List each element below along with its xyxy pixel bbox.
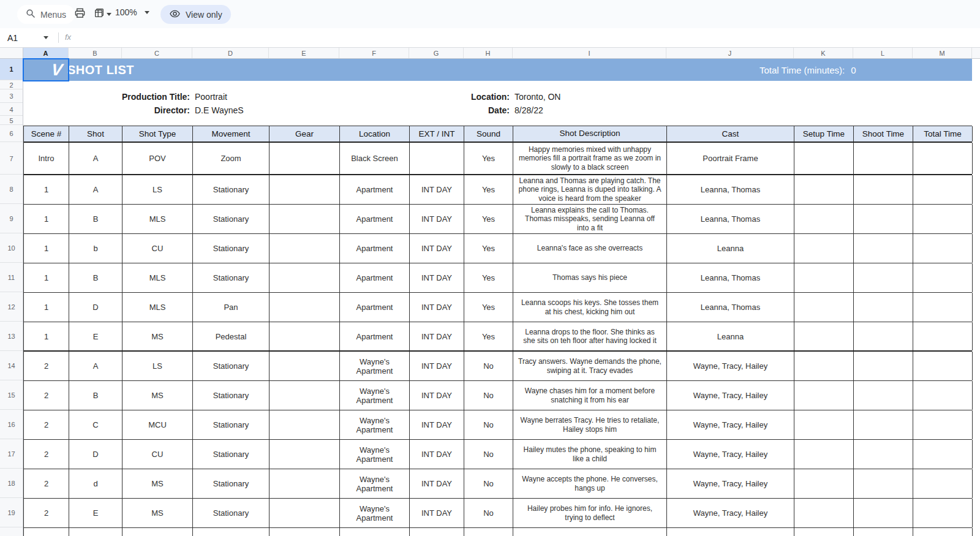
cell-shoot[interactable] [854, 293, 913, 322]
cell-shot[interactable]: E [69, 322, 123, 350]
table-header-sound[interactable]: Sound [464, 126, 513, 142]
cell-movement[interactable]: Stationary [193, 234, 270, 263]
column-header-E[interactable]: E [269, 48, 339, 58]
cell-cast[interactable]: Leanna, Thomas [667, 293, 794, 322]
cell-movement[interactable]: Zoom [193, 143, 270, 174]
cell-cast[interactable]: Wayne, Tracy, Hailey [667, 410, 794, 439]
cell-total[interactable] [913, 440, 973, 469]
location-value[interactable]: Toronto, ON [514, 92, 560, 102]
cell-shot[interactable]: D [69, 440, 123, 469]
cell-ext_int[interactable] [410, 143, 464, 174]
cell-shot[interactable]: A [69, 175, 123, 204]
cell-type[interactable]: LS [123, 175, 193, 204]
row-header-6[interactable]: 6 [0, 126, 23, 142]
cell-movement[interactable]: Pan [193, 293, 270, 322]
location-label[interactable]: Location: [343, 92, 510, 102]
cell-description[interactable]: Leanna drops to the floor. She thinks as… [513, 322, 667, 350]
cell-cast[interactable]: Wayne, Tracy, Hailey [667, 381, 794, 410]
cell-location[interactable]: Apartment [340, 205, 410, 233]
cell-ext_int[interactable]: INT DAY [410, 352, 464, 380]
cell-type[interactable]: MS [123, 381, 193, 410]
row-header-8[interactable]: 8 [0, 175, 23, 204]
row-header-11[interactable]: 11 [0, 263, 23, 292]
cell-shoot[interactable] [854, 234, 913, 263]
cell-location[interactable]: Wayne's Apartment [340, 499, 410, 527]
cell-movement[interactable]: Pedestal [193, 322, 270, 350]
cell-cast[interactable]: Leanna [667, 322, 794, 350]
cell-total[interactable] [913, 352, 973, 380]
cell-cast[interactable]: Leanna [667, 234, 794, 263]
cell-scene[interactable]: 1 [24, 293, 69, 322]
row-header-19[interactable]: 19 [0, 499, 23, 527]
cell-shot[interactable]: E [69, 499, 123, 527]
cell-setup[interactable] [794, 205, 854, 233]
table-header-type[interactable]: Shot Type [123, 126, 193, 142]
production-title-label[interactable]: Production Title: [23, 92, 190, 102]
table-header-scene[interactable]: Scene # [24, 126, 69, 142]
row-header-16[interactable]: 16 [0, 410, 23, 439]
cell-movement[interactable]: Stationary [193, 205, 270, 233]
cell-ext_int[interactable]: INT DAY [410, 440, 464, 469]
cell-shot[interactable]: B [69, 381, 123, 410]
cell-total[interactable] [913, 143, 973, 174]
cell-ext_int[interactable]: INT DAY [410, 263, 464, 292]
cell-cast[interactable]: Wayne, Tracy, Hailey [667, 469, 794, 498]
cell-sound[interactable]: Yes [464, 234, 513, 263]
cell-gear[interactable] [270, 175, 340, 204]
row-header-10[interactable]: 10 [0, 234, 23, 263]
cell-gear[interactable] [270, 440, 340, 469]
cell-cast[interactable]: Leanna, Thomas [667, 175, 794, 204]
cell-setup[interactable] [794, 410, 854, 439]
cell-scene[interactable]: 2 [24, 469, 69, 498]
column-header-L[interactable]: L [853, 48, 913, 58]
cell-gear[interactable] [270, 469, 340, 498]
cell-ext_int[interactable]: INT DAY [410, 322, 464, 350]
menus-button[interactable]: Menus [17, 5, 75, 24]
cell-movement[interactable]: Stationary [193, 410, 270, 439]
cell-total[interactable] [913, 528, 973, 536]
cell-cast[interactable]: Wayne, Tracy, Hailey [667, 440, 794, 469]
cell-shoot[interactable] [854, 352, 913, 380]
cell-shot[interactable]: B [69, 205, 123, 233]
print-button[interactable] [74, 8, 86, 20]
cell-gear[interactable] [270, 499, 340, 527]
table-header-gear[interactable]: Gear [270, 126, 340, 142]
cell-location[interactable]: Black Screen [340, 143, 410, 174]
cell-location[interactable] [340, 528, 410, 536]
cell-scene[interactable]: 1 [24, 234, 69, 263]
cell-total[interactable] [913, 410, 973, 439]
cell-scene[interactable]: 2 [24, 381, 69, 410]
column-header-M[interactable]: M [913, 48, 972, 58]
cell-setup[interactable] [794, 528, 854, 536]
cell-scene[interactable]: Intro [24, 143, 69, 174]
production-title-value[interactable]: Poortrait [195, 92, 227, 102]
cell-type[interactable]: MLS [123, 263, 193, 292]
cell-total[interactable] [913, 293, 973, 322]
cell-shoot[interactable] [854, 205, 913, 233]
date-value[interactable]: 8/28/22 [514, 105, 543, 115]
cell-gear[interactable] [270, 234, 340, 263]
cell-location[interactable]: Wayne's Apartment [340, 440, 410, 469]
cell-total[interactable] [913, 469, 973, 498]
cell-sound[interactable]: No [464, 381, 513, 410]
column-header-F[interactable]: F [339, 48, 409, 58]
cell-setup[interactable] [794, 322, 854, 350]
row-header-12[interactable]: 12 [0, 293, 23, 322]
cell-location[interactable]: Wayne's Apartment [340, 352, 410, 380]
cell-ext_int[interactable]: INT DAY [410, 293, 464, 322]
cell-total[interactable] [913, 381, 973, 410]
cell-setup[interactable] [794, 440, 854, 469]
row-header-13[interactable]: 13 [0, 322, 23, 351]
cell-ext_int[interactable]: INT DAY [410, 499, 464, 527]
cell-sound[interactable]: Yes [464, 293, 513, 322]
cell-setup[interactable] [794, 499, 854, 527]
cell-type[interactable] [123, 528, 193, 536]
cell-description[interactable]: Happy memories mixed with unhappy memori… [513, 143, 667, 174]
cell-scene[interactable]: 2 [24, 410, 69, 439]
cell-shot[interactable] [69, 528, 123, 536]
cell-sound[interactable]: Yes [464, 322, 513, 350]
cell-cast[interactable]: Leanna, Thomas [667, 263, 794, 292]
cell-scene[interactable]: 1 [24, 322, 69, 350]
column-header-J[interactable]: J [666, 48, 794, 58]
cell-shot[interactable]: d [69, 469, 123, 498]
